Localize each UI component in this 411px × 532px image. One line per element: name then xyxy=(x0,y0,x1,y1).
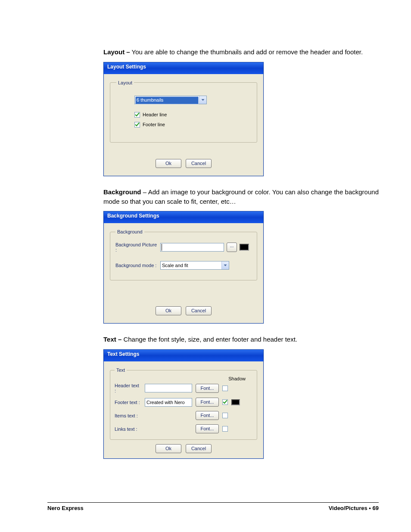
text-dialog-title: Text Settings xyxy=(104,350,263,361)
layout-group: Layout 6 thumbnails Header line xyxy=(110,80,257,143)
thumbnails-combo-value: 6 thumbnails xyxy=(135,96,199,104)
page-footer: Nero Express Video/Pictures • 69 xyxy=(47,505,379,511)
footer-right: Video/Pictures • 69 xyxy=(329,505,379,511)
ok-button[interactable]: Ok xyxy=(156,444,181,453)
para-layout-lead: Layout – xyxy=(103,48,130,56)
ok-button[interactable]: Ok xyxy=(156,159,181,168)
para-text-lead: Text – xyxy=(103,336,121,343)
links-text-row: Links text : Font... xyxy=(115,424,252,433)
items-shadow-checkbox[interactable] xyxy=(222,413,228,418)
para-background-lead: Background xyxy=(103,188,141,196)
para-background: Background – Add an image to your backgr… xyxy=(103,187,379,206)
footer-line-label: Footer line xyxy=(143,122,165,127)
header-text-label: Header text : xyxy=(115,383,141,393)
para-layout-body: You are able to change the thumbnails an… xyxy=(130,48,363,56)
layout-group-legend: Layout xyxy=(116,80,134,85)
layout-dialog-title: Layout Settings xyxy=(104,62,263,74)
items-text-label: Items text : xyxy=(115,413,141,418)
footer-shadow-checkbox[interactable] xyxy=(222,399,228,405)
thumbnails-combo[interactable]: 6 thumbnails xyxy=(134,96,207,104)
cancel-button[interactable]: Cancel xyxy=(186,159,212,168)
chevron-down-icon[interactable] xyxy=(199,96,206,104)
footer-font-button[interactable]: Font... xyxy=(196,398,219,407)
links-font-button[interactable]: Font... xyxy=(196,424,219,433)
links-text-label: Links text : xyxy=(115,426,141,432)
footer-rule xyxy=(47,502,379,503)
items-font-button[interactable]: Font... xyxy=(196,411,219,420)
para-text: Text – Change the font style, size, and … xyxy=(103,335,379,344)
bg-color-swatch[interactable] xyxy=(240,244,249,251)
bg-mode-combo[interactable]: Scale and fit xyxy=(160,261,229,270)
background-settings-dialog: Background Settings Background Backgroun… xyxy=(103,211,264,324)
layout-settings-dialog: Layout Settings Layout 6 thumbnails xyxy=(103,62,264,176)
footer-line-checkbox[interactable] xyxy=(134,122,140,128)
text-settings-dialog: Text Settings Text Shadow Header text : … xyxy=(103,349,264,459)
bg-picture-label: Background Picture : xyxy=(115,242,158,252)
background-group: Background Background Picture : ... Back… xyxy=(110,229,257,280)
footer-text-row: Footer text : Created with Nero Font... xyxy=(115,398,252,407)
header-text-row: Header text : Font... xyxy=(115,383,252,393)
background-group-legend: Background xyxy=(115,229,144,234)
text-group-legend: Text xyxy=(115,367,127,373)
bg-mode-label: Background mode : xyxy=(115,263,158,268)
cancel-button[interactable]: Cancel xyxy=(186,306,212,315)
header-shadow-checkbox[interactable] xyxy=(222,386,228,391)
header-line-label: Header line xyxy=(143,112,167,117)
footer-line-checkbox-row: Footer line xyxy=(134,122,251,128)
footer-text-input[interactable]: Created with Nero xyxy=(145,398,192,407)
shadow-column-label: Shadow xyxy=(115,376,246,381)
header-line-checkbox-row: Header line xyxy=(134,112,251,118)
para-background-body: – Add an image to your background or col… xyxy=(103,188,379,205)
text-group: Text Shadow Header text : Font... Footer… xyxy=(110,367,257,440)
background-dialog-title: Background Settings xyxy=(104,212,263,223)
links-shadow-checkbox[interactable] xyxy=(222,426,228,432)
footer-shadow-color[interactable] xyxy=(231,399,240,405)
cancel-button[interactable]: Cancel xyxy=(186,444,212,453)
footer-left: Nero Express xyxy=(47,505,84,511)
para-text-body: Change the font style, size, and enter f… xyxy=(121,336,297,343)
items-text-row: Items text : Font... xyxy=(115,411,252,420)
browse-button[interactable]: ... xyxy=(227,243,237,252)
ok-button[interactable]: Ok xyxy=(156,306,181,315)
header-font-button[interactable]: Font... xyxy=(196,384,219,393)
para-layout: Layout – You are able to change the thum… xyxy=(103,47,379,57)
header-line-checkbox[interactable] xyxy=(134,112,140,118)
header-text-input[interactable] xyxy=(145,384,192,392)
bg-mode-value: Scale and fit xyxy=(161,261,221,269)
chevron-down-icon[interactable] xyxy=(221,261,229,269)
bg-picture-input[interactable] xyxy=(160,243,224,252)
footer-text-label: Footer text : xyxy=(115,400,141,405)
